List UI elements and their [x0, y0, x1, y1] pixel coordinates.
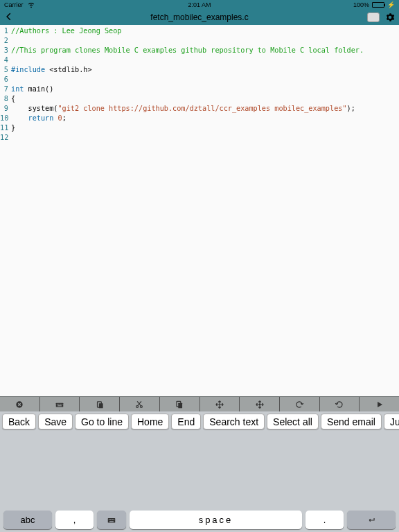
home-button[interactable]: Home	[131, 414, 169, 429]
save-button[interactable]: Save	[38, 414, 73, 429]
keyboard-area	[0, 432, 399, 508]
line-number: 4	[0, 55, 8, 65]
copy-button[interactable]	[160, 397, 200, 411]
title-bar: fetch_mobilec_examples.c	[0, 10, 399, 25]
svg-rect-15	[108, 518, 116, 522]
redo-button[interactable]	[320, 397, 360, 411]
cut-button[interactable]	[120, 397, 160, 411]
code-line[interactable]: #include <stdlib.h>	[11, 65, 399, 75]
line-number: 2	[0, 36, 8, 46]
line-number: 11	[0, 123, 8, 133]
line-number: 1	[0, 26, 8, 36]
line-gutter: 123456789101112	[0, 25, 10, 396]
space-key[interactable]: space	[130, 511, 302, 529]
keyboard-button[interactable]	[40, 397, 80, 411]
comma-key[interactable]: ,	[55, 511, 94, 529]
code-line[interactable]	[11, 133, 399, 143]
line-number: 12	[0, 133, 8, 143]
svg-rect-17	[110, 519, 111, 520]
line-number: 10	[0, 114, 8, 123]
go-to-line-button[interactable]: Go to line	[75, 414, 129, 429]
line-number: 5	[0, 65, 8, 75]
move-button[interactable]	[200, 397, 240, 411]
back-button[interactable]: Back	[2, 414, 36, 429]
svg-rect-4	[59, 403, 60, 404]
save-indicator-icon[interactable]	[367, 12, 380, 22]
svg-rect-16	[109, 519, 109, 520]
svg-rect-1	[56, 402, 64, 407]
line-number: 3	[0, 46, 8, 55]
end-button[interactable]: End	[171, 414, 201, 429]
clock-label: 2:01 AM	[188, 1, 211, 8]
code-content[interactable]: //Authors : Lee Jeong Seop//This program…	[10, 25, 399, 396]
return-key[interactable]	[347, 511, 396, 529]
svg-rect-19	[112, 519, 113, 520]
code-line[interactable]: {	[11, 94, 399, 104]
icon-toolbar	[0, 396, 399, 411]
keyboard-switch-key[interactable]	[97, 511, 126, 529]
svg-rect-9	[99, 403, 103, 408]
code-line[interactable]: system("git2 clone https://github.com/dz…	[11, 104, 399, 114]
line-number: 7	[0, 85, 8, 94]
keyboard-bottom-row: abc , space .	[0, 508, 399, 532]
svg-rect-5	[60, 403, 61, 404]
svg-point-14	[258, 403, 260, 405]
paste-button[interactable]	[80, 397, 120, 411]
jump-button[interactable]: Jump	[384, 414, 399, 429]
code-editor[interactable]: 123456789101112 //Authors : Lee Jeong Se…	[0, 25, 399, 396]
charging-icon: ⚡	[387, 1, 395, 8]
battery-icon	[372, 2, 384, 8]
code-line[interactable]: }	[11, 123, 399, 133]
search-text-button[interactable]: Search text	[203, 414, 265, 429]
svg-rect-6	[62, 403, 62, 404]
send-email-button[interactable]: Send email	[321, 414, 382, 429]
code-line[interactable]	[11, 36, 399, 46]
close-button[interactable]	[0, 397, 40, 411]
code-line[interactable]: //This program clones Mobile C examples …	[11, 46, 399, 55]
code-line[interactable]: int main()	[11, 85, 399, 94]
abc-key[interactable]: abc	[3, 511, 52, 529]
select-all-button[interactable]: Select all	[267, 414, 319, 429]
svg-rect-13	[178, 402, 182, 408]
carrier-label: Carrier	[4, 1, 24, 8]
code-line[interactable]	[11, 55, 399, 65]
gear-icon[interactable]	[385, 12, 395, 22]
svg-rect-3	[58, 403, 59, 404]
page-title: fetch_mobilec_examples.c	[150, 12, 248, 22]
svg-rect-20	[114, 519, 114, 520]
battery-percent: 100%	[353, 1, 369, 8]
code-line[interactable]	[11, 75, 399, 85]
svg-rect-18	[111, 519, 112, 520]
back-button[interactable]	[4, 12, 14, 24]
period-key[interactable]: .	[305, 511, 344, 529]
undo-button[interactable]	[280, 397, 320, 411]
wifi-icon	[26, 0, 36, 10]
svg-rect-7	[57, 405, 62, 406]
text-toolbar: BackSaveGo to lineHomeEndSearch textSele…	[0, 411, 399, 432]
svg-rect-2	[57, 403, 57, 404]
line-number: 9	[0, 104, 8, 114]
play-button[interactable]	[360, 397, 399, 411]
svg-rect-21	[109, 521, 114, 522]
status-bar: Carrier 2:01 AM 100% ⚡	[0, 0, 399, 10]
line-number: 8	[0, 94, 8, 104]
code-line[interactable]: return 0;	[11, 114, 399, 123]
move-all-button[interactable]	[240, 397, 280, 411]
code-line[interactable]: //Authors : Lee Jeong Seop	[11, 26, 399, 36]
line-number: 6	[0, 75, 8, 85]
